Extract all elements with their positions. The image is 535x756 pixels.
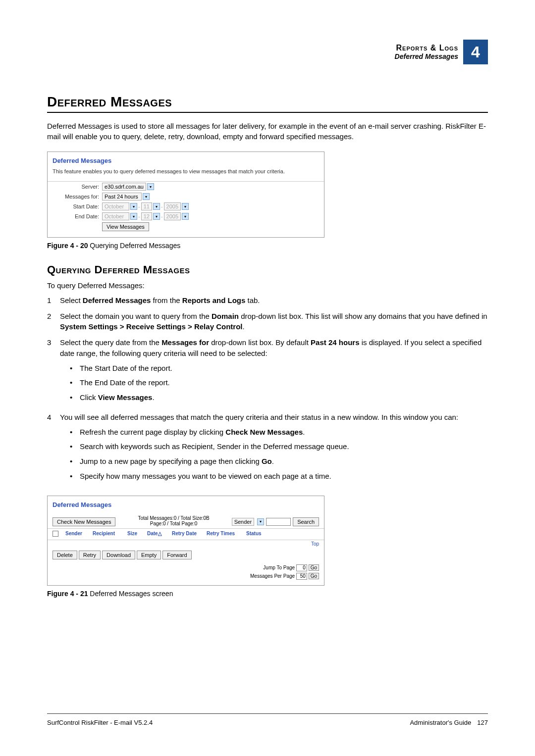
check-new-messages-button[interactable]: Check New Messages xyxy=(53,517,115,526)
dropdown-arrow-icon[interactable]: ▾ xyxy=(143,193,150,200)
search-input[interactable] xyxy=(266,518,291,526)
end-month-select[interactable]: October xyxy=(102,212,129,220)
messages-for-select[interactable]: Past 24 hours xyxy=(102,193,142,201)
intro-paragraph: Deferred Messages is used to store all m… xyxy=(47,121,488,142)
col-size[interactable]: Size xyxy=(124,531,144,538)
start-month-select[interactable]: October xyxy=(102,202,129,210)
step-2-text: Select the domain you want to query from… xyxy=(60,311,488,333)
messages-per-page-label: Messages Per Page xyxy=(250,573,295,579)
dropdown-arrow-icon[interactable]: ▾ xyxy=(182,213,189,220)
col-date[interactable]: Date△ xyxy=(144,531,169,538)
screenshot-query-form: Deferred Messages This feature enables y… xyxy=(47,151,324,238)
screenshot-results: Deferred Messages Check New Messages Tot… xyxy=(47,496,324,586)
figure-2-caption: Figure 4 - 21 Deferred Messages screen xyxy=(47,590,488,598)
start-day-select[interactable]: 11 xyxy=(141,202,152,210)
page-title: Deferred Messages xyxy=(47,94,488,113)
ss1-description: This feature enables you to query deferr… xyxy=(53,166,319,178)
bullet-text: Refresh the current page display by clic… xyxy=(80,427,305,438)
top-link[interactable]: Top xyxy=(311,541,319,547)
bullet-text: Click View Messages. xyxy=(80,392,155,403)
step-1-text: Select Deferred Messages from the Report… xyxy=(60,295,488,306)
download-button[interactable]: Download xyxy=(102,551,135,559)
step-4-text: You will see all deferred messages that … xyxy=(60,412,488,486)
server-select[interactable]: e30.sdrf.com.au xyxy=(102,183,146,191)
dropdown-arrow-icon[interactable]: ▾ xyxy=(147,183,154,190)
jump-go-button[interactable]: Go xyxy=(309,564,319,571)
figure-1-caption: Figure 4 - 20 Querying Deferred Messages xyxy=(47,242,488,250)
step-number: 1 xyxy=(47,295,60,306)
bullet-text: Jump to a new page by specifying a page … xyxy=(80,456,274,467)
page-footer: SurfControl RiskFilter - E-mail V5.2.4 A… xyxy=(47,713,488,726)
messages-for-label: Messages for: xyxy=(53,194,102,200)
select-all-checkbox[interactable] xyxy=(53,531,58,537)
step-number: 3 xyxy=(47,337,60,407)
header-section-title: Reports & Logs xyxy=(395,44,458,52)
col-retry-times[interactable]: Retry Times xyxy=(204,531,243,538)
per-page-go-button[interactable]: Go xyxy=(309,573,319,579)
col-status[interactable]: Status xyxy=(243,531,268,538)
dropdown-arrow-icon[interactable]: ▾ xyxy=(130,203,137,210)
header-subtitle: Deferred Messages xyxy=(395,52,458,60)
start-date-label: Start Date: xyxy=(53,203,102,209)
page-header: Reports & Logs Deferred Messages 4 xyxy=(47,40,488,64)
end-day-select[interactable]: 12 xyxy=(141,212,152,220)
ss2-title: Deferred Messages xyxy=(53,499,319,510)
dropdown-arrow-icon[interactable]: ▾ xyxy=(153,203,160,210)
dropdown-arrow-icon[interactable]: ▾ xyxy=(153,213,160,220)
totals-display: Total Messages:0 / Total Size:0B Page:0 … xyxy=(120,515,226,526)
view-messages-button[interactable]: View Messages xyxy=(102,222,149,231)
footer-product: SurfControl RiskFilter - E-mail V5.2.4 xyxy=(47,719,153,726)
step-3-text: Select the query date from the Messages … xyxy=(60,337,488,407)
dropdown-arrow-icon[interactable]: ▾ xyxy=(130,213,137,220)
bullet-text: The Start Date of the report. xyxy=(80,363,172,374)
dropdown-arrow-icon[interactable]: ▾ xyxy=(257,518,264,525)
empty-button[interactable]: Empty xyxy=(137,551,161,559)
bullet-text: The End Date of the report. xyxy=(80,377,170,388)
footer-doc-title: Administrator's Guide xyxy=(410,719,471,726)
search-field-select[interactable]: Sender xyxy=(232,518,254,526)
delete-button[interactable]: Delete xyxy=(53,551,77,559)
sort-icon: △ xyxy=(158,531,162,536)
start-year-select[interactable]: 2005 xyxy=(164,202,181,210)
messages-per-page-input[interactable]: 50 xyxy=(296,573,307,580)
jump-to-page-input[interactable]: 0 xyxy=(296,564,307,571)
end-year-select[interactable]: 2005 xyxy=(164,212,181,220)
step-number: 4 xyxy=(47,412,60,486)
server-label: Server: xyxy=(53,184,102,190)
step-number: 2 xyxy=(47,311,60,333)
ss1-title: Deferred Messages xyxy=(53,155,319,166)
forward-button[interactable]: Forward xyxy=(162,551,191,559)
jump-to-page-label: Jump To Page xyxy=(263,565,295,570)
dropdown-arrow-icon[interactable]: ▾ xyxy=(182,203,189,210)
col-recipient[interactable]: Recipient xyxy=(90,531,124,538)
bullet-text: Specify how many messages you want to be… xyxy=(80,471,331,482)
section-heading: Querying Deferred Messages xyxy=(47,263,488,276)
bullet-text: Search with keywords such as Recipient, … xyxy=(80,441,349,452)
lead-text: To query Deferred Messages: xyxy=(47,280,488,291)
footer-page-number: 127 xyxy=(477,719,488,726)
retry-button[interactable]: Retry xyxy=(79,551,101,559)
table-header-row: Sender Recipient Size Date△ Retry Date R… xyxy=(48,528,324,540)
search-button[interactable]: Search xyxy=(293,517,319,526)
chapter-number-badge: 4 xyxy=(463,40,488,64)
col-retry-date[interactable]: Retry Date xyxy=(169,531,204,538)
end-date-label: End Date: xyxy=(53,213,102,219)
col-sender[interactable]: Sender xyxy=(62,531,90,538)
